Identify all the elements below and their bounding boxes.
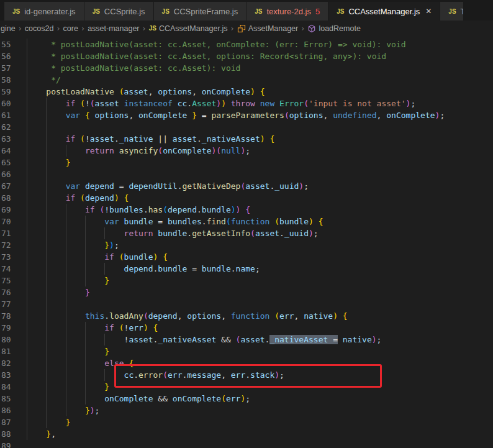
indent-guide [66,405,85,416]
breadcrumb-label: AssetManager [248,24,299,33]
indent-guide [27,393,46,405]
tab-te[interactable]: JSTe [440,2,463,21]
breadcrumb-item-core[interactable]: core [63,24,78,33]
line-number: 55 [1,39,11,50]
breadcrumb-item-assetmanager[interactable]: AssetManager [237,24,299,33]
code-line-63[interactable]: 63 if (!asset._native || asset._nativeAs… [0,133,493,145]
breadcrumb-separator-icon: › [81,24,84,33]
indent-guide [46,157,65,168]
code-line-67[interactable]: 67 var depend = dependUtil.getNativeDep(… [0,180,493,192]
code-line-79[interactable]: 79 if (!err) { [0,322,493,334]
tab-id-generater-js[interactable]: JSid-generater.js [4,2,84,21]
code-line-87[interactable]: 87 } [0,416,493,428]
code-line-57[interactable]: 57 * postLoadNative(asset: cc.Asset): vo… [0,62,493,74]
breadcrumb-item-gine[interactable]: gine [1,24,16,33]
code-line-68[interactable]: 68 if (depend) { [0,192,493,204]
indent-guide [27,121,46,133]
code-line-71[interactable]: 71 return bundle.getAssetInfo(asset._uui… [0,227,493,239]
code-line-content: var { options, onComplete } = parseParam… [27,109,445,121]
code-line-89[interactable]: 89 [0,440,493,448]
indent-guide [27,74,46,86]
code-line-85[interactable]: 85 onComplete && onComplete(err); [0,393,493,405]
code-line-77[interactable]: 77 [0,298,493,310]
tab-label: texture-2d.js [266,7,311,16]
code-line-83[interactable]: 83 cc.error(err.message, err.stack); [0,369,493,381]
code-line-55[interactable]: 55 * postLoadNative(asset: cc.Asset, onC… [0,39,493,50]
breadcrumb-item-ccassetmanager-js[interactable]: JSCCAssetManager.js [149,24,228,33]
breadcrumb-label: asset-manager [88,24,139,33]
indent-guide [27,381,46,393]
breadcrumb-label: loadRemote [319,24,360,33]
code-line-73[interactable]: 73 if (bundle) { [0,251,493,263]
tab-ccassetmanager-js[interactable]: JSCCAssetManager.js✕ [328,2,440,21]
code-line-70[interactable]: 70 var bundle = bundles.find(function (b… [0,216,493,227]
line-number: 59 [1,86,11,98]
code-line-65[interactable]: 65 } [0,157,493,168]
code-line-content: if (bundle) { [27,251,168,263]
code-line-74[interactable]: 74 depend.bundle = bundle.name; [0,263,493,275]
indent-guide [27,98,46,109]
indent-guide [27,416,46,428]
code-line-56[interactable]: 56 * postLoadNative(asset: cc.Asset, opt… [0,50,493,62]
indent-guide [46,133,65,145]
code-line-84[interactable]: 84 } [0,381,493,393]
code-line-content: if (!err) { [27,322,158,334]
indent-guide [27,334,46,345]
code-line-80[interactable]: 80 !asset._nativeAsset && (asset._native… [0,334,493,345]
indent-guide [46,263,65,275]
indent-guide [66,310,85,322]
code-line-content: * postLoadNative(asset: cc.Asset, option… [27,50,386,62]
indent-guide [46,405,65,416]
code-line-61[interactable]: 61 var { options, onComplete } = parsePa… [0,109,493,121]
tab-ccspriteframe-js[interactable]: JSCCSpriteFrame.js [154,2,246,21]
tab-ccsprite-js[interactable]: JSCCSprite.js [84,2,153,21]
code-line-58[interactable]: 58 */ [0,74,493,86]
indent-guide [27,357,46,369]
code-line-content [27,168,66,180]
code-line-86[interactable]: 86 }); [0,405,493,416]
breadcrumb-separator-icon: › [230,24,233,33]
indent-guide [104,334,124,345]
code-line-72[interactable]: 72 }); [0,239,493,251]
js-file-icon: JS [149,25,156,32]
breadcrumb-item-cocos2d[interactable]: cocos2d [25,24,54,33]
code-line-88[interactable]: 88 }, [0,428,493,440]
code-line-75[interactable]: 75 } [0,275,493,286]
breadcrumb-item-loadremote[interactable]: loadRemote [307,24,360,33]
code-line-content: if (depend) { [27,192,129,204]
line-number: 82 [1,357,11,369]
tab-texture-2d-js[interactable]: JStexture-2d.js5 [246,2,328,21]
indent-guide [66,369,85,381]
indent-guide [46,310,65,322]
indent-guide [66,381,85,393]
indent-guide [46,121,65,133]
code-line-69[interactable]: 69 if (!bundles.has(depend.bundle)) { [0,204,493,216]
tab-label: id-generater.js [24,7,75,16]
code-line-82[interactable]: 82 else { [0,357,493,369]
indent-guide [27,86,46,98]
code-line-content: if (!(asset instanceof cc.Asset)) throw … [27,98,415,109]
indent-guide [27,298,46,310]
code-line-81[interactable]: 81 } [0,345,493,357]
indent-guide [46,216,65,227]
code-line-62[interactable]: 62 [0,121,493,133]
code-editor[interactable]: 55 * postLoadNative(asset: cc.Asset, onC… [0,36,493,448]
indent-guide [46,393,65,405]
line-number: 87 [1,416,11,428]
code-line-64[interactable]: 64 return asyncify(onComplete)(null); [0,145,493,157]
code-line-content: var depend = dependUtil.getNativeDep(ass… [27,180,309,192]
code-line-59[interactable]: 59 postLoadNative (asset, options, onCom… [0,86,493,98]
line-number: 64 [1,145,11,157]
indent-guide [27,192,46,204]
code-line-60[interactable]: 60 if (!(asset instanceof cc.Asset)) thr… [0,98,493,109]
code-line-content: if (!bundles.has(depend.bundle)) { [27,204,250,216]
breadcrumb-item-asset-manager[interactable]: asset-manager [88,24,139,33]
code-line-76[interactable]: 76 } [0,286,493,298]
code-line-78[interactable]: 78 this.loadAny(depend, options, functio… [0,310,493,322]
indent-guide [85,227,104,239]
close-icon[interactable]: ✕ [425,7,432,16]
indent-guide [85,334,104,345]
code-line-66[interactable]: 66 [0,168,493,180]
code-line-content: !asset._nativeAsset && (asset._nativeAss… [27,334,381,345]
indent-guide [27,263,46,275]
